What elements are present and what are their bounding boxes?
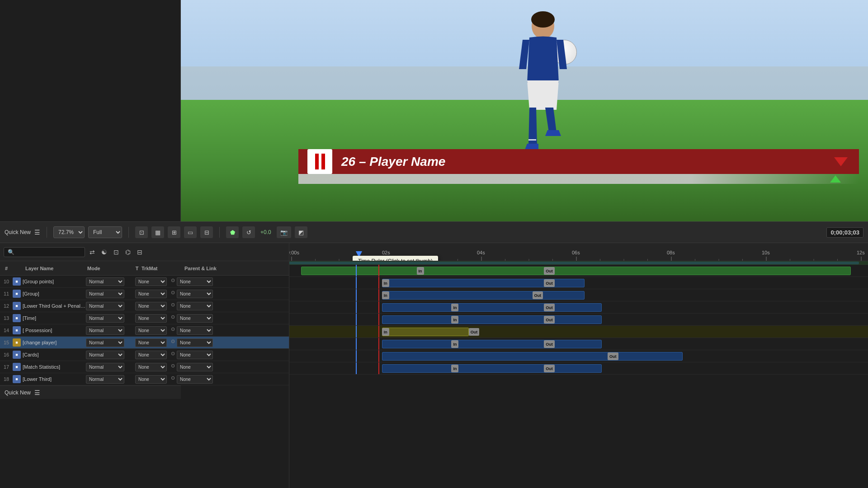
- out-btn-10[interactable]: Out: [544, 267, 555, 275]
- layer-trkmat-12[interactable]: None: [135, 302, 167, 310]
- track-row-17[interactable]: Out: [289, 350, 868, 362]
- layer-row-18[interactable]: 18 ■ [Lower Third] Normal Add Multiply N…: [0, 373, 289, 385]
- layer-row-13[interactable]: 13 ■ [Time] Normal Add Multiply None ⊙ N…: [0, 312, 289, 324]
- layer-mode-select-14[interactable]: Normal Add Multiply: [86, 326, 124, 335]
- layer-parent-18[interactable]: None: [177, 375, 213, 384]
- layer-trkmat-14[interactable]: None: [135, 326, 167, 335]
- track-bar-17[interactable]: [382, 352, 683, 361]
- cut-line: [378, 338, 379, 350]
- quick-new-bottom-menu-icon[interactable]: ☰: [34, 389, 40, 396]
- in-btn-11[interactable]: In: [382, 279, 389, 287]
- layer-mode-select-16[interactable]: Normal Add Multiply: [86, 351, 124, 359]
- current-time-indicator: [356, 301, 357, 313]
- layer-mode-select-18[interactable]: Normal Add Multiply: [86, 375, 124, 384]
- out-btn-16[interactable]: Out: [544, 340, 555, 348]
- track-bar-10[interactable]: [301, 267, 851, 275]
- show-channel-btn[interactable]: ◩: [295, 226, 307, 238]
- quality-select[interactable]: Full Half Quarter: [88, 226, 122, 238]
- timecode-display[interactable]: 0;00;03;03: [826, 227, 863, 238]
- track-row-12[interactable]: InOut: [289, 289, 868, 301]
- layer-trkmat-10[interactable]: None: [135, 277, 167, 286]
- layer-num-13: 13: [0, 315, 13, 321]
- layer-parent-16[interactable]: None: [177, 351, 213, 359]
- layer-row-12[interactable]: 12 ■ [Lower Third Goal + Penalty ] Norma…: [0, 300, 289, 312]
- out-btn-14[interactable]: Out: [544, 316, 555, 324]
- layer-row-10[interactable]: 10 ■ [Group points] Normal Add Multiply …: [0, 276, 289, 288]
- layer-mode-select-10[interactable]: Normal Add Multiply: [86, 277, 124, 286]
- lock-layers-btn[interactable]: ⊡: [112, 248, 121, 257]
- layer-row-16[interactable]: 16 ■ [Cards] Normal Add Multiply None ⊙ …: [0, 349, 289, 361]
- toggle-guides-btn[interactable]: ⊟: [200, 226, 213, 238]
- out-btn-11[interactable]: Out: [544, 279, 555, 287]
- track-row-11[interactable]: InOut: [289, 277, 868, 289]
- layer-mode-select-17[interactable]: Normal Add Multiply: [86, 363, 124, 371]
- layer-trkmat-16[interactable]: None: [135, 351, 167, 359]
- track-row-13[interactable]: InOut: [289, 301, 868, 314]
- quick-new-menu-icon[interactable]: ☰: [34, 229, 40, 236]
- layer-trkmat-18[interactable]: None: [135, 375, 167, 384]
- layers-list: 10 ■ [Group points] Normal Add Multiply …: [0, 276, 289, 385]
- in-btn-18[interactable]: In: [451, 365, 458, 372]
- color-correction-btn[interactable]: ⬟: [226, 226, 239, 238]
- layer-trkmat-11[interactable]: None: [135, 290, 167, 298]
- layer-row-17[interactable]: 17 ■ [Match Statistics] Normal Add Multi…: [0, 361, 289, 373]
- layer-parent-12[interactable]: None: [177, 302, 213, 310]
- snapshot-btn[interactable]: 📷: [277, 226, 291, 238]
- out-btn-18[interactable]: Out: [544, 365, 555, 372]
- layer-parent-15[interactable]: None: [177, 338, 213, 347]
- layer-mode-select-11[interactable]: Normal Add Multiply: [86, 290, 124, 298]
- out-btn-15[interactable]: Out: [469, 328, 480, 336]
- layer-trkmat-15[interactable]: None: [135, 338, 167, 347]
- layer-mode-select-13[interactable]: Normal Add Multiply: [86, 314, 124, 323]
- layer-search-input[interactable]: [4, 247, 85, 257]
- track-row-16[interactable]: InOut: [289, 338, 868, 350]
- layer-mode-select-12[interactable]: Normal Add Multiply: [86, 302, 124, 310]
- track-bar-14[interactable]: [382, 315, 602, 324]
- layer-row-11[interactable]: 11 ■ [Group] Normal Add Multiply None ⊙ …: [0, 288, 289, 300]
- reset-exposure-btn[interactable]: ↺: [242, 226, 255, 238]
- track-row-15[interactable]: InOut: [289, 326, 868, 338]
- toggle-safe-margins-btn[interactable]: ▦: [151, 226, 164, 238]
- shy-layers-btn[interactable]: ⌬: [123, 248, 132, 257]
- comp-switch-btn[interactable]: ⇄: [88, 248, 97, 257]
- frame-blending-btn[interactable]: ⊟: [135, 248, 144, 257]
- layer-parent-17[interactable]: None: [177, 363, 213, 371]
- track-row-18[interactable]: InOut: [289, 362, 868, 375]
- track-bar-18[interactable]: [382, 364, 602, 373]
- track-bar-16[interactable]: [382, 340, 602, 348]
- zoom-select[interactable]: 72.7% 50% 100%: [53, 226, 85, 238]
- in-btn-12[interactable]: In: [382, 291, 389, 299]
- out-btn-13[interactable]: Out: [544, 304, 555, 311]
- in-btn-10[interactable]: In: [417, 267, 424, 275]
- solo-mode-btn[interactable]: ☯: [99, 248, 109, 257]
- toggle-rulers-btn[interactable]: ▭: [184, 226, 197, 238]
- in-btn-14[interactable]: In: [451, 316, 458, 324]
- in-btn-13[interactable]: In: [451, 304, 458, 311]
- fit-screen-btn[interactable]: ⊡: [135, 226, 148, 238]
- layer-row-15[interactable]: 15 ■ [change player] Normal Add Multiply…: [0, 337, 289, 349]
- lower-third-main-bar: 26 – Player Name: [298, 149, 859, 174]
- layers-column-header: # Layer Name Mode T TrkMat Parent & Link: [0, 261, 289, 276]
- track-row-10[interactable]: InOut: [289, 265, 868, 277]
- layer-trkmat-13[interactable]: None: [135, 314, 167, 323]
- track-row-14[interactable]: InOut: [289, 314, 868, 326]
- layer-parent-10[interactable]: None: [177, 277, 213, 286]
- layer-mode-select-15[interactable]: Normal Add Multiply: [86, 338, 124, 347]
- in-btn-16[interactable]: In: [451, 340, 458, 348]
- cut-line: [378, 289, 379, 301]
- toggle-grid-btn[interactable]: ⊞: [168, 226, 180, 238]
- track-bar-13[interactable]: [382, 303, 602, 312]
- track-bar-12[interactable]: [382, 291, 585, 300]
- work-area-bar[interactable]: [289, 261, 868, 265]
- layer-icon-14: ■: [13, 326, 21, 334]
- layer-row-14[interactable]: 14 ■ [ Possession] Normal Add Multiply N…: [0, 324, 289, 337]
- layer-trkmat-17[interactable]: None: [135, 363, 167, 371]
- in-btn-15[interactable]: In: [382, 328, 389, 336]
- layer-parent-11[interactable]: None: [177, 290, 213, 298]
- timeline-ruler[interactable]: Time Ruler (Click to set thumb): [289, 243, 868, 261]
- track-bar-15[interactable]: [382, 328, 469, 336]
- out-btn-17[interactable]: Out: [608, 352, 618, 360]
- out-btn-12[interactable]: Out: [533, 291, 543, 299]
- layer-parent-14[interactable]: None: [177, 326, 213, 335]
- layer-parent-13[interactable]: None: [177, 314, 213, 323]
